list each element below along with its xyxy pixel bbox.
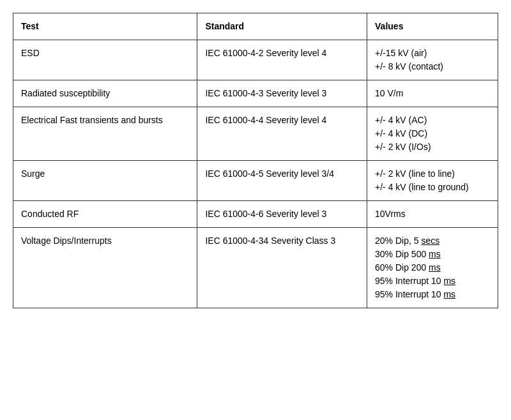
cell-values-2: +/- 4 kV (AC)+/- 4 kV (DC)+/- 2 kV (I/Os… <box>367 107 498 161</box>
cell-test-0: ESD <box>13 40 197 80</box>
value-line: 30% Dip 500 ms <box>375 248 490 261</box>
value-line: 10 V/m <box>375 87 490 100</box>
cell-standard-4: IEC 61000-4-6 Severity level 3 <box>197 201 367 228</box>
table-row: Conducted RFIEC 61000-4-6 Severity level… <box>13 201 498 228</box>
cell-test-4: Conducted RF <box>13 201 197 228</box>
emc-table-container: Test Standard Values ESDIEC 61000-4-2 Se… <box>13 13 498 308</box>
value-line: +/- 2 kV (line to line) <box>375 167 490 181</box>
emc-table: Test Standard Values ESDIEC 61000-4-2 Se… <box>13 13 498 308</box>
value-line: 95% Interrupt 10 ms <box>375 288 490 301</box>
cell-values-0: +/-15 kV (air)+/- 8 kV (contact) <box>367 40 498 80</box>
value-line: 60% Dip 200 ms <box>375 261 490 274</box>
value-line: +/-15 kV (air) <box>375 47 490 60</box>
table-row: SurgeIEC 61000-4-5 Severity level 3/4+/-… <box>13 161 498 201</box>
cell-standard-2: IEC 61000-4-4 Severity level 4 <box>197 107 367 161</box>
value-line: 95% Interrupt 10 ms <box>375 274 490 288</box>
cell-values-3: +/- 2 kV (line to line)+/- 4 kV (line to… <box>367 161 498 201</box>
value-line: +/- 4 kV (DC) <box>375 127 490 140</box>
cell-standard-1: IEC 61000-4-3 Severity level 3 <box>197 80 367 107</box>
header-values: Values <box>367 13 498 40</box>
table-row: Electrical Fast transients and burstsIEC… <box>13 107 498 161</box>
value-line: +/- 4 kV (line to ground) <box>375 181 490 194</box>
table-row: Voltage Dips/InterruptsIEC 61000-4-34 Se… <box>13 228 498 308</box>
header-test: Test <box>13 13 197 40</box>
cell-test-3: Surge <box>13 161 197 201</box>
cell-test-2: Electrical Fast transients and bursts <box>13 107 197 161</box>
table-row: Radiated susceptibilityIEC 61000-4-3 Sev… <box>13 80 498 107</box>
cell-values-1: 10 V/m <box>367 80 498 107</box>
table-header-row: Test Standard Values <box>13 13 498 40</box>
cell-test-5: Voltage Dips/Interrupts <box>13 228 197 308</box>
value-line: +/- 8 kV (contact) <box>375 60 490 73</box>
value-line: +/- 4 kV (AC) <box>375 114 490 127</box>
value-line: 10Vrms <box>375 207 490 221</box>
header-standard: Standard <box>197 13 367 40</box>
cell-values-4: 10Vrms <box>367 201 498 228</box>
cell-standard-5: IEC 61000-4-34 Severity Class 3 <box>197 228 367 308</box>
table-row: ESDIEC 61000-4-2 Severity level 4+/-15 k… <box>13 40 498 80</box>
cell-standard-3: IEC 61000-4-5 Severity level 3/4 <box>197 161 367 201</box>
value-line: 20% Dip, 5 secs <box>375 234 490 248</box>
value-line: +/- 2 kV (I/Os) <box>375 140 490 154</box>
cell-test-1: Radiated susceptibility <box>13 80 197 107</box>
cell-standard-0: IEC 61000-4-2 Severity level 4 <box>197 40 367 80</box>
cell-values-5: 20% Dip, 5 secs30% Dip 500 ms60% Dip 200… <box>367 228 498 308</box>
